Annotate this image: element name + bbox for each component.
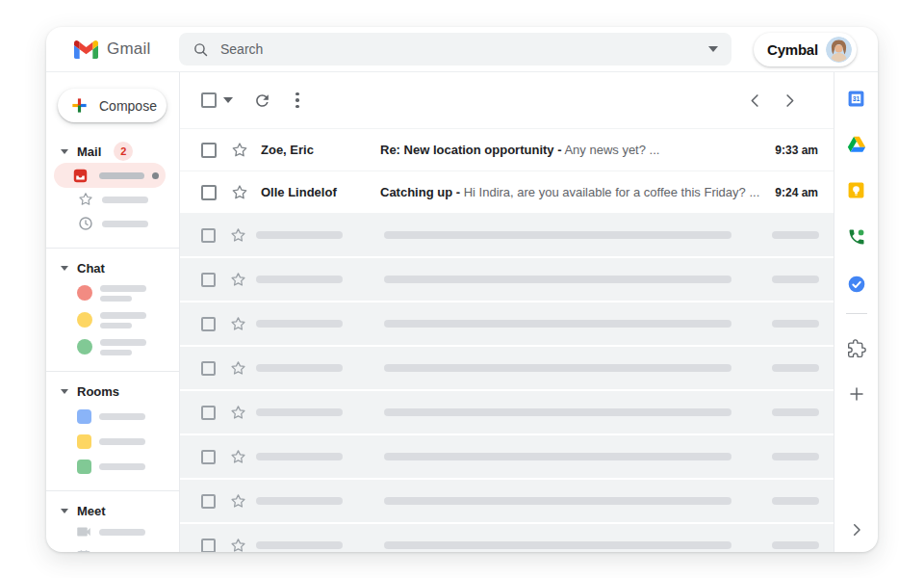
row-checkbox[interactable]: [201, 361, 216, 376]
subject-placeholder-bar: [384, 276, 732, 283]
email-row-placeholder[interactable]: [180, 524, 834, 552]
gmail-logo[interactable]: Gmail: [46, 39, 179, 59]
row-checkbox[interactable]: [201, 450, 216, 464]
chat-section-label: Chat: [77, 261, 105, 276]
count-placeholder-dot: [152, 172, 159, 179]
star-icon[interactable]: [229, 226, 247, 245]
older-page-button[interactable]: [781, 92, 799, 110]
tasks-app-icon[interactable]: [847, 275, 866, 294]
star-icon[interactable]: [229, 448, 247, 466]
user-avatar[interactable]: [826, 37, 852, 63]
row-checkbox[interactable]: [201, 317, 216, 331]
star-icon[interactable]: [230, 183, 249, 202]
email-row-placeholder[interactable]: [180, 214, 834, 256]
keep-app-icon[interactable]: [847, 181, 865, 199]
meet-section-label: Meet: [77, 504, 106, 518]
add-app-button[interactable]: [848, 385, 865, 403]
star-icon[interactable]: [229, 315, 247, 333]
sidebar: Compose Mail 2: [46, 72, 179, 552]
chevron-down-icon[interactable]: [61, 389, 68, 394]
email-row-placeholder[interactable]: [180, 435, 834, 478]
sidebar-item-starred[interactable]: [77, 188, 179, 211]
star-icon: [77, 191, 94, 208]
voice-app-icon[interactable]: [847, 227, 866, 247]
row-checkbox[interactable]: [201, 539, 216, 553]
app-rail: 31: [834, 72, 878, 552]
meet-item-join-meeting[interactable]: [75, 545, 179, 552]
row-checkbox[interactable]: [201, 406, 216, 420]
row-checkbox[interactable]: [201, 273, 216, 287]
email-row-placeholder[interactable]: [180, 391, 834, 434]
newer-page-button[interactable]: [746, 92, 764, 110]
chevron-down-icon[interactable]: [61, 149, 68, 154]
select-all-checkbox[interactable]: [201, 92, 217, 108]
chat-conversation-item[interactable]: [77, 281, 179, 304]
expand-rail-button[interactable]: [848, 521, 865, 539]
email-row[interactable]: Zoe, Eric Re: New location opportunity -…: [180, 129, 834, 171]
room-item[interactable]: [77, 455, 179, 478]
star-icon[interactable]: [229, 271, 247, 289]
email-subject-line: Re: New location opportunity - Any news …: [380, 143, 765, 157]
email-row-placeholder[interactable]: [180, 480, 834, 522]
email-sender: Olle Lindelof: [261, 185, 380, 199]
select-options-caret-icon[interactable]: [223, 97, 233, 103]
chat-conversation-item[interactable]: [77, 308, 179, 331]
calendar-app-icon[interactable]: 31: [847, 90, 865, 108]
email-row-placeholder[interactable]: [180, 302, 834, 345]
star-icon[interactable]: [229, 404, 247, 422]
chat-list: [46, 281, 179, 358]
chevron-down-icon[interactable]: [61, 266, 68, 271]
subject-placeholder-bar: [384, 453, 732, 460]
sender-placeholder-bar: [256, 231, 343, 239]
compose-button[interactable]: Compose: [58, 89, 167, 122]
email-list-pane: Zoe, Eric Re: New location opportunity -…: [179, 72, 834, 552]
row-checkbox[interactable]: [201, 228, 216, 243]
sidebar-section-mail[interactable]: Mail 2: [46, 144, 179, 159]
star-icon[interactable]: [229, 492, 247, 511]
chat-conversation-item[interactable]: [77, 335, 179, 358]
sidebar-section-meet[interactable]: Meet: [46, 503, 179, 518]
star-icon[interactable]: [229, 359, 247, 378]
rail-divider: [846, 313, 867, 314]
chevron-down-icon[interactable]: [61, 509, 68, 513]
time-placeholder-bar: [772, 408, 819, 416]
compose-label: Compose: [99, 98, 157, 114]
brand-name: Cymbal: [767, 41, 818, 58]
search-options-caret-icon[interactable]: [708, 46, 718, 52]
time-placeholder-bar: [772, 320, 819, 328]
sender-placeholder-bar: [256, 453, 343, 460]
row-checkbox[interactable]: [201, 185, 217, 200]
sidebar-divider: [46, 371, 179, 372]
email-row-placeholder[interactable]: [180, 347, 834, 389]
unread-count-badge: 2: [114, 142, 133, 161]
compose-plus-icon: [70, 96, 89, 115]
star-icon[interactable]: [229, 537, 247, 553]
text-placeholder-bars: [100, 339, 146, 355]
sidebar-section-rooms[interactable]: Rooms: [46, 383, 179, 399]
search-bar[interactable]: Search: [179, 33, 732, 66]
row-checkbox[interactable]: [201, 143, 217, 158]
sidebar-item-inbox-selected[interactable]: [54, 163, 166, 188]
star-icon[interactable]: [230, 141, 249, 160]
room-item[interactable]: [77, 430, 179, 453]
account-chip[interactable]: Cymbal: [754, 33, 857, 66]
room-item[interactable]: [77, 405, 179, 428]
sender-placeholder-bar: [256, 320, 343, 328]
email-snippet: Hi Indira, are you available for a coffe…: [464, 185, 760, 199]
email-row-placeholder[interactable]: [180, 258, 834, 301]
sidebar-section-chat[interactable]: Chat: [46, 260, 179, 276]
contact-avatar: [77, 339, 92, 355]
text-placeholder-bars: [100, 285, 146, 302]
gmail-window: Gmail Search Cymbal: [46, 27, 878, 552]
email-row[interactable]: Olle Lindelof Catching up - Hi Indira, a…: [180, 171, 834, 214]
drive-app-icon[interactable]: [847, 136, 866, 153]
sender-placeholder-bar: [256, 408, 343, 416]
meet-item-new-meeting[interactable]: [75, 520, 179, 543]
sender-placeholder-bar: [256, 497, 343, 505]
more-options-button[interactable]: [294, 91, 301, 111]
refresh-button[interactable]: [253, 92, 271, 110]
sidebar-item-snoozed[interactable]: [77, 212, 179, 235]
row-checkbox[interactable]: [201, 494, 216, 509]
room-avatar: [77, 460, 91, 474]
addons-puzzle-icon[interactable]: [847, 339, 866, 358]
